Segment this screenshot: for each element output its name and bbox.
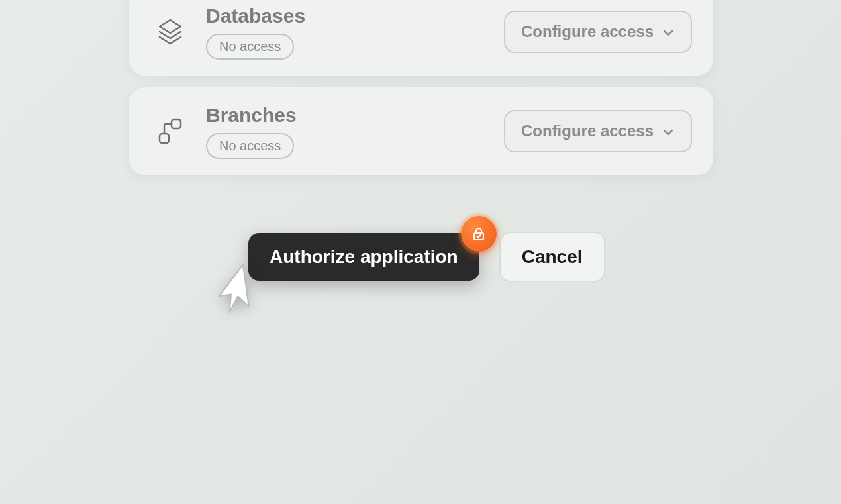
configure-access-label: Configure access	[521, 122, 654, 140]
card-title: Databases	[206, 5, 504, 27]
configure-access-button[interactable]: Configure access	[504, 110, 692, 152]
authorize-label: Authorize application	[270, 246, 458, 267]
chevron-down-icon	[662, 125, 675, 138]
configure-access-label: Configure access	[521, 23, 654, 41]
card-title: Branches	[206, 104, 504, 126]
permission-card-databases: Databases No access Configure access	[129, 0, 713, 76]
lock-icon	[461, 216, 497, 252]
cancel-button[interactable]: Cancel	[499, 232, 605, 282]
svg-rect-0	[172, 119, 181, 128]
configure-access-button[interactable]: Configure access	[504, 11, 692, 53]
svg-rect-1	[160, 134, 169, 143]
access-badge: No access	[206, 133, 294, 159]
card-content: Databases No access	[206, 5, 504, 60]
branch-icon	[154, 115, 186, 147]
layers-icon	[154, 16, 186, 48]
authorize-application-button[interactable]: Authorize application	[248, 233, 479, 281]
action-buttons: Authorize application Cancel	[248, 232, 605, 282]
chevron-down-icon	[662, 25, 675, 38]
access-badge: No access	[206, 34, 294, 60]
permission-card-branches: Branches No access Configure access	[129, 87, 713, 175]
card-content: Branches No access	[206, 104, 504, 159]
